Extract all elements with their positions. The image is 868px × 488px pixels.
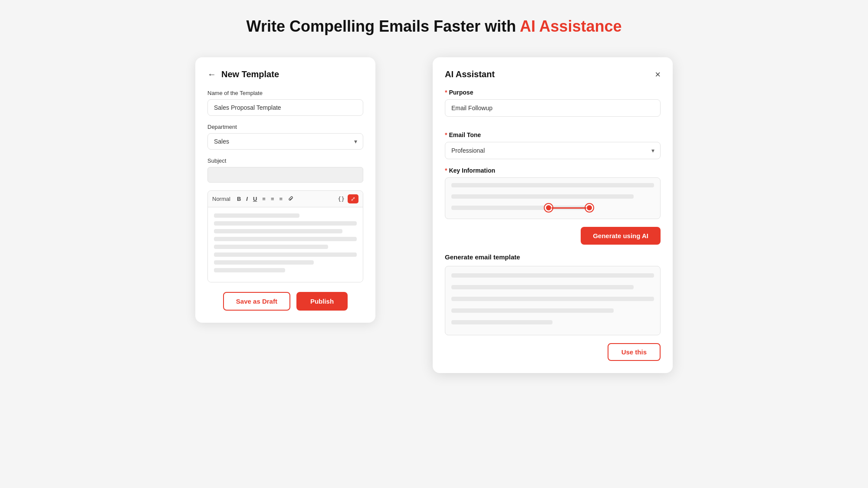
- generate-ai-button[interactable]: Generate using AI: [581, 227, 661, 245]
- page-title: Write Compelling Emails Faster with AI A…: [247, 17, 622, 36]
- purpose-group: * Purpose: [445, 89, 661, 124]
- department-select-wrapper: Sales Marketing Support Engineering ▾: [207, 133, 363, 150]
- result-skeleton: [451, 273, 654, 328]
- connector-line-body: [552, 207, 586, 209]
- subject-input-skeleton[interactable]: [207, 167, 363, 183]
- department-select[interactable]: Sales Marketing Support Engineering: [207, 133, 363, 150]
- email-tone-select-wrapper: Professional Casual Formal Friendly ▾: [445, 142, 661, 159]
- back-button[interactable]: ←: [207, 69, 216, 79]
- code-button[interactable]: {}: [335, 194, 347, 203]
- purpose-input[interactable]: [445, 99, 661, 117]
- purpose-required-star: *: [445, 89, 447, 96]
- editor-toolbar: Normal B I U ≡ ≡ ≡ {} ⤢: [208, 191, 363, 207]
- align-right-button[interactable]: ≡: [277, 194, 285, 203]
- connector-line: [545, 204, 593, 212]
- key-info-input[interactable]: [445, 177, 661, 219]
- panel-title: New Template: [221, 69, 279, 79]
- align-center-button[interactable]: ≡: [269, 194, 276, 203]
- generate-btn-wrapper: Generate using AI: [445, 227, 661, 245]
- subject-group: Subject: [207, 157, 363, 183]
- department-group: Department Sales Marketing Support Engin…: [207, 124, 363, 150]
- email-tone-label: * Email Tone: [445, 131, 661, 138]
- use-this-row: Use this: [445, 343, 661, 361]
- purpose-label: * Purpose: [445, 89, 661, 96]
- ai-assistant-panel: AI Assistant × * Purpose * Email Tone Pr…: [433, 57, 673, 373]
- editor-actions: Save as Draft Publish: [207, 292, 363, 311]
- result-box: [445, 266, 661, 335]
- panel-header: ← New Template: [207, 69, 363, 79]
- publish-button[interactable]: Publish: [296, 292, 348, 311]
- close-button[interactable]: ×: [655, 70, 661, 79]
- connector-right-dot: [585, 204, 593, 212]
- template-name-group: Name of the Template: [207, 90, 363, 116]
- underline-button[interactable]: U: [251, 194, 259, 203]
- format-selector[interactable]: Normal: [212, 196, 230, 202]
- ai-panel-title: AI Assistant: [445, 69, 495, 79]
- bold-button[interactable]: B: [235, 194, 243, 203]
- key-info-label: * Key Information: [445, 167, 661, 174]
- subject-label: Subject: [207, 157, 363, 164]
- key-info-required-star: *: [445, 167, 447, 174]
- department-label: Department: [207, 124, 363, 130]
- italic-button[interactable]: I: [244, 194, 250, 203]
- expand-button[interactable]: ⤢: [348, 194, 358, 203]
- editor-wrapper: Normal B I U ≡ ≡ ≡ {} ⤢: [207, 190, 363, 282]
- template-name-label: Name of the Template: [207, 90, 363, 96]
- template-name-input[interactable]: [207, 99, 363, 116]
- use-this-button[interactable]: Use this: [608, 343, 661, 361]
- link-button[interactable]: [286, 195, 296, 203]
- result-section-label: Generate email template: [445, 253, 661, 261]
- tone-required-star: *: [445, 131, 447, 138]
- email-tone-group: * Email Tone Professional Casual Formal …: [445, 131, 661, 159]
- email-tone-select[interactable]: Professional Casual Formal Friendly: [445, 142, 661, 159]
- ai-header: AI Assistant ×: [445, 69, 661, 79]
- editor-body[interactable]: [208, 207, 363, 282]
- new-template-panel: ← New Template Name of the Template Depa…: [195, 57, 375, 323]
- save-draft-button[interactable]: Save as Draft: [223, 292, 290, 311]
- align-left-button[interactable]: ≡: [260, 194, 268, 203]
